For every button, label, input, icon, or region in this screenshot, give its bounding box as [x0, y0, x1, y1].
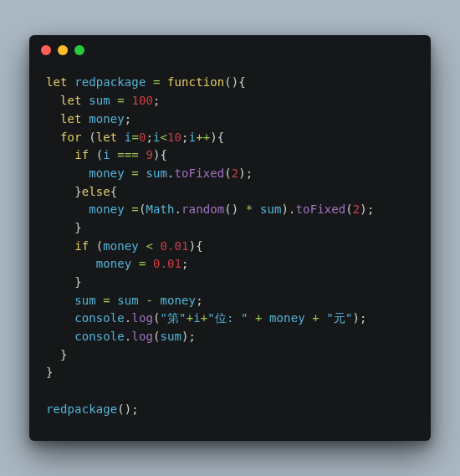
close-icon[interactable]: [41, 45, 51, 55]
titlebar: [29, 35, 431, 65]
kw-function: function: [167, 75, 224, 89]
kw-for: for: [60, 131, 82, 144]
id-redpackage: redpackage: [74, 75, 146, 89]
minimize-icon[interactable]: [58, 45, 68, 55]
code-block: let redpackage = function(){ let sum = 1…: [29, 65, 431, 440]
kw-let: let: [46, 75, 68, 89]
code-window: let redpackage = function(){ let sum = 1…: [29, 35, 431, 440]
call-redpackage: redpackage: [46, 402, 117, 416]
kw-if: if: [74, 148, 89, 161]
zoom-icon[interactable]: [74, 45, 84, 55]
kw-else: else: [82, 185, 110, 198]
